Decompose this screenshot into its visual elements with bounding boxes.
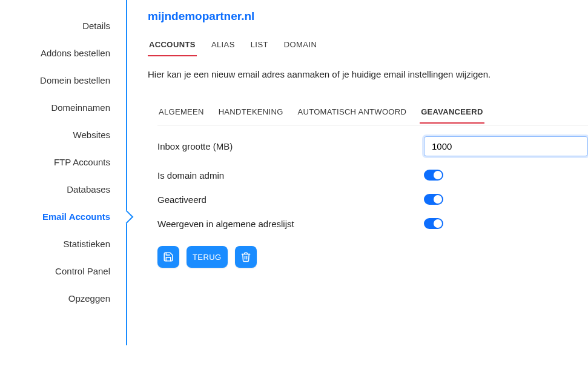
inbox-size-label: Inbox grootte (MB) [157,141,424,151]
subtab-label: HANDTEKENING [219,107,283,116]
sidebar-item-details[interactable]: Details [0,12,126,39]
tab-label: DOMAIN [284,40,317,49]
delete-button[interactable] [235,246,257,268]
show-in-gal-toggle[interactable] [424,218,443,229]
subtab-handtekening[interactable]: HANDTEKENING [217,104,285,124]
secondary-tabs: ALGEMEEN HANDTEKENING AUTOMATISCH ANTWOO… [157,104,588,124]
back-button[interactable]: TERUG [187,246,228,268]
sidebar-item-email-accounts[interactable]: Email Accounts [0,203,126,230]
is-domain-admin-toggle[interactable] [424,170,443,181]
subtab-label: GEAVANCEERD [421,107,483,116]
tab-list[interactable]: LIST [249,36,269,56]
subtab-label: ALGEMEEN [159,107,204,116]
primary-tabs: ACCOUNTS ALIAS LIST DOMAIN [148,36,588,57]
sidebar-item-statistieken[interactable]: Statistieken [0,230,126,257]
sidebar-item-websites[interactable]: Websites [0,121,126,148]
subtab-geavanceerd[interactable]: GEAVANCEERD [420,104,484,124]
action-bar: TERUG [157,246,588,268]
sidebar-item-label: Domein bestellen [40,75,110,85]
tab-domain[interactable]: DOMAIN [283,36,318,56]
row-is-domain-admin: Is domain admin [157,170,588,181]
activated-label: Geactiveerd [157,194,424,205]
tab-label: ALIAS [211,40,235,49]
sidebar-item-label: Details [82,21,110,31]
sidebar-item-label: Statistieken [63,239,110,249]
back-button-label: TERUG [193,253,222,262]
save-icon [163,251,174,262]
tab-label: ACCOUNTS [149,40,196,49]
sidebar-item-control-panel[interactable]: Control Panel [0,257,126,285]
subtab-algemeen[interactable]: ALGEMEEN [157,104,205,124]
sidebar-item-opzeggen[interactable]: Opzeggen [0,285,126,312]
sidebar-item-label: Addons bestellen [41,48,110,58]
sidebar: Details Addons bestellen Domein bestelle… [0,0,127,345]
show-in-gal-label: Weergeven in algemene adreslijst [157,219,424,229]
page-title: mijndemopartner.nl [148,10,588,23]
sidebar-item-label: Control Panel [55,266,110,276]
trash-icon [240,251,251,262]
sidebar-item-domeinnamen[interactable]: Domeinnamen [0,94,126,121]
sidebar-item-label: Email Accounts [42,211,110,222]
sidebar-item-domein-bestellen[interactable]: Domein bestellen [0,67,126,94]
is-domain-admin-label: Is domain admin [157,170,424,181]
activated-toggle[interactable] [424,194,443,205]
subtab-automatisch-antwoord[interactable]: AUTOMATISCH ANTWOORD [297,104,408,124]
tab-label: LIST [251,40,268,49]
inbox-size-input[interactable] [424,136,588,156]
divider [157,125,588,125]
tab-accounts[interactable]: ACCOUNTS [148,36,197,56]
sidebar-item-label: Databases [67,184,110,194]
subtab-label: AUTOMATISCH ANTWOORD [298,107,407,116]
main-content: mijndemopartner.nl ACCOUNTS ALIAS LIST D… [127,0,588,345]
sidebar-item-addons-bestellen[interactable]: Addons bestellen [0,39,126,67]
row-show-in-gal: Weergeven in algemene adreslijst [157,218,588,229]
row-inbox-size: Inbox grootte (MB) [157,136,588,156]
sidebar-item-label: Websites [73,130,110,140]
sidebar-item-label: Domeinnamen [51,102,110,113]
row-activated: Geactiveerd [157,194,588,205]
tab-alias[interactable]: ALIAS [210,36,236,56]
sidebar-item-databases[interactable]: Databases [0,176,126,203]
save-button[interactable] [157,246,179,268]
sidebar-item-label: Opzeggen [68,293,110,304]
page-description: Hier kan je een nieuw email adres aanmak… [148,69,588,79]
sidebar-item-label: FTP Accounts [54,157,110,167]
sidebar-item-ftp-accounts[interactable]: FTP Accounts [0,148,126,176]
